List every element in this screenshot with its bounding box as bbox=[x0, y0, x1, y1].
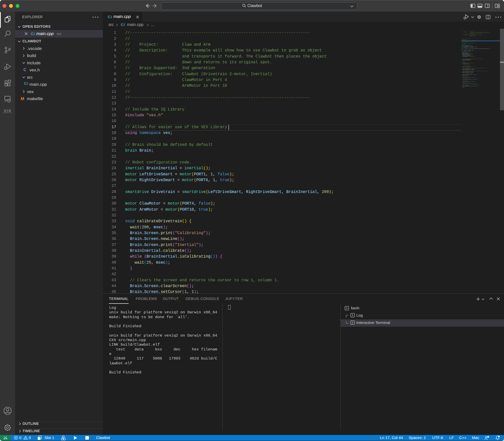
svg-text:C: C bbox=[24, 81, 27, 86]
svg-text:C: C bbox=[108, 15, 110, 19]
svg-text:C: C bbox=[121, 22, 124, 27]
svg-text:C: C bbox=[31, 32, 34, 36]
